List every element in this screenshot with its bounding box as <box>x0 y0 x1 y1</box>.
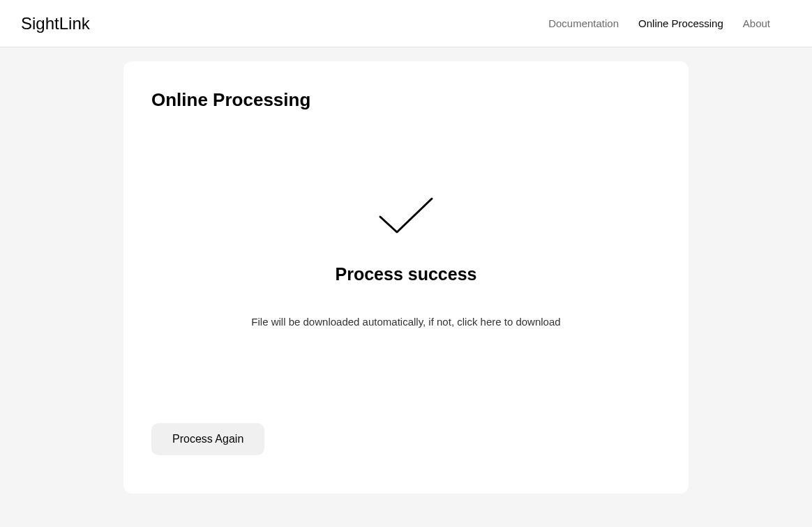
page-title: Online Processing <box>151 89 661 111</box>
nav-documentation[interactable]: Documentation <box>548 17 619 29</box>
main: Online Processing Process success File w… <box>0 47 812 494</box>
checkmark-icon <box>375 194 437 236</box>
process-again-button[interactable]: Process Again <box>151 423 264 455</box>
success-heading: Process success <box>336 264 477 284</box>
card: Online Processing Process success File w… <box>123 61 689 494</box>
success-message[interactable]: File will be downloaded automatically, i… <box>251 316 560 328</box>
nav-online-processing[interactable]: Online Processing <box>638 17 723 29</box>
logo[interactable]: SightLink <box>21 14 90 33</box>
success-block: Process success File will be downloaded … <box>151 194 661 328</box>
header: SightLink Documentation Online Processin… <box>0 0 812 47</box>
nav-about[interactable]: About <box>743 17 770 29</box>
nav: Documentation Online Processing About <box>548 17 791 29</box>
